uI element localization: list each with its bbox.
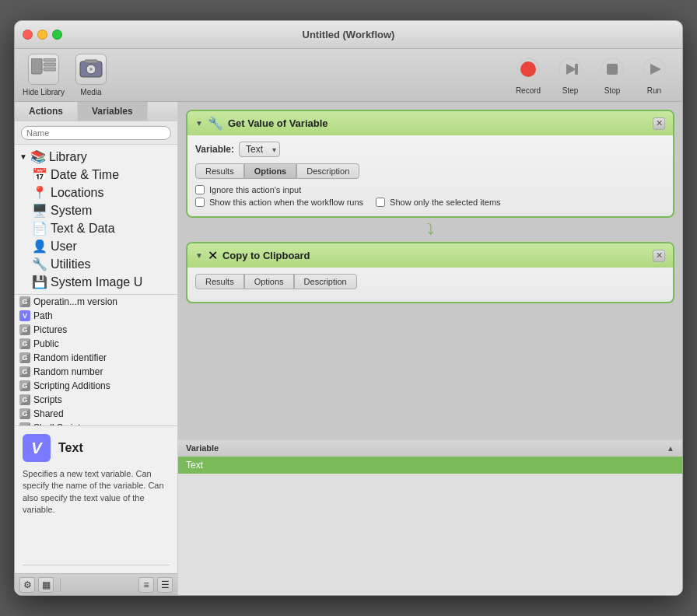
list-item[interactable]: VPath: [15, 309, 177, 323]
list-view-button[interactable]: ≡: [138, 577, 154, 593]
settings-icon: ⚙: [23, 579, 32, 590]
list-item[interactable]: GRandom number: [15, 365, 177, 379]
search-bar: [15, 121, 177, 145]
action1-tabs: Results Options Description: [195, 163, 665, 179]
checkbox-ignore-input: Ignore this action's input: [195, 185, 665, 194]
collapse-icon-1[interactable]: ▼: [195, 119, 203, 128]
action-get-value: ▼ 🔧 Get Value of Variable ✕ Variable: Te…: [186, 110, 674, 218]
hide-library-button[interactable]: Hide Library: [23, 54, 65, 96]
run-label: Run: [647, 86, 661, 95]
action1-icon: 🔧: [208, 116, 223, 131]
close-button[interactable]: [23, 30, 33, 40]
media-label: Media: [80, 88, 101, 96]
preview-icon: V: [23, 434, 51, 462]
action-cards-area: ▼ 🔧 Get Value of Variable ✕ Variable: Te…: [178, 102, 682, 439]
toolbar-left: Hide Library Media: [23, 54, 107, 96]
column-view-button[interactable]: ☰: [157, 577, 173, 593]
list-item[interactable]: GShared: [15, 407, 177, 421]
user-icon: 👤: [32, 239, 47, 254]
item-label: Public: [33, 338, 59, 349]
traffic-lights: [23, 30, 62, 40]
item-badge: G: [19, 394, 30, 405]
tree-library[interactable]: ▼ 📚 Library: [15, 148, 177, 166]
list-item[interactable]: GScripting Additions: [15, 379, 177, 393]
action2-tabs: Results Options Description: [195, 274, 665, 289]
action1-close[interactable]: ✕: [653, 117, 665, 130]
column-view-icon: ☰: [161, 579, 170, 590]
tree-utilities[interactable]: 🔧 Utilities: [27, 255, 177, 273]
stop-button[interactable]: Stop: [592, 52, 632, 98]
list-item[interactable]: GRandom identifier: [15, 351, 177, 365]
checkbox-show-action: Show this action when the workflow runs …: [195, 198, 665, 207]
tab-results[interactable]: Results: [195, 163, 244, 179]
svg-rect-3: [44, 68, 56, 71]
utilities-icon: 🔧: [32, 257, 47, 271]
list-item[interactable]: GOperatin...m version: [15, 295, 177, 309]
detail-panel: ▼ 🔧 Get Value of Variable ✕ Variable: Te…: [178, 102, 682, 595]
tab-variables[interactable]: Variables: [78, 102, 148, 121]
item-badge: G: [19, 324, 30, 335]
media-button[interactable]: Media: [75, 54, 107, 96]
tab-options[interactable]: Options: [244, 163, 297, 179]
tree-locations[interactable]: 📍 Locations: [27, 184, 177, 201]
hide-library-icon: [28, 54, 59, 85]
item-label: Path: [33, 310, 53, 321]
list-item[interactable]: GScripts: [15, 393, 177, 407]
stop-label: Stop: [604, 86, 621, 95]
table-row[interactable]: Text: [178, 457, 682, 474]
settings-button[interactable]: ⚙: [19, 577, 35, 593]
tab2-options[interactable]: Options: [244, 274, 294, 289]
search-input[interactable]: [21, 126, 171, 140]
item-label: Scripting Additions: [33, 380, 110, 391]
action2-close[interactable]: ✕: [653, 250, 665, 262]
locations-icon: 📍: [32, 185, 47, 200]
tree-date-time[interactable]: 📅 Date & Time: [27, 166, 177, 184]
list-item[interactable]: GPictures: [15, 323, 177, 337]
step-button[interactable]: Step: [550, 52, 590, 98]
svg-marker-16: [650, 64, 661, 75]
variables-table-body: Text: [178, 457, 682, 595]
list-view-icon: ≡: [143, 579, 149, 590]
tab-description[interactable]: Description: [296, 163, 359, 179]
action1-body: Variable: Text Results Options Descripti…: [187, 135, 673, 216]
variable-select[interactable]: Text: [239, 142, 280, 157]
item-badge: G: [19, 408, 30, 419]
collapse-icon-2[interactable]: ▼: [195, 251, 203, 260]
variable-column-label: Variable: [186, 443, 219, 453]
item-label: Scripts: [33, 394, 62, 405]
list-item[interactable]: GPublic: [15, 337, 177, 351]
action1-title: Get Value of Variable: [228, 117, 648, 129]
checkbox-show-action-check[interactable]: [195, 198, 205, 207]
action2-body: Results Options Description: [187, 268, 673, 302]
svg-point-6: [89, 68, 93, 71]
tab2-description[interactable]: Description: [294, 274, 357, 289]
svg-rect-0: [31, 58, 42, 74]
item-label: Pictures: [33, 324, 67, 335]
maximize-button[interactable]: [52, 30, 62, 40]
variables-table-area: Variable ▲ Text: [178, 439, 682, 595]
divider-v: [60, 578, 61, 592]
tree-user[interactable]: 👤 User: [27, 237, 177, 255]
checkbox-ignore-input-check[interactable]: [195, 185, 205, 194]
tree-system[interactable]: 🖥️ System: [27, 201, 177, 219]
action1-header: ▼ 🔧 Get Value of Variable ✕: [187, 111, 673, 135]
sort-arrow-icon[interactable]: ▲: [667, 444, 674, 453]
checkbox-ignore-label: Ignore this action's input: [209, 185, 301, 194]
item-badge: G: [19, 296, 30, 307]
step-label: Step: [562, 86, 579, 95]
minimize-button[interactable]: [37, 30, 47, 40]
action2-title: Copy to Clipboard: [222, 250, 648, 261]
action2-header: ▼ ✕ Copy to Clipboard ✕: [187, 243, 673, 268]
system-icon: 🖥️: [32, 203, 47, 218]
tree-system-image[interactable]: 💾 System Image U: [27, 273, 177, 291]
toggle-button[interactable]: ▦: [38, 577, 54, 593]
item-badge: G: [19, 352, 30, 363]
tab2-results[interactable]: Results: [195, 274, 244, 289]
svg-rect-1: [44, 58, 56, 61]
checkbox-show-selected-check[interactable]: [376, 198, 385, 207]
tab-actions[interactable]: Actions: [15, 102, 78, 121]
record-button[interactable]: Record: [508, 52, 548, 98]
tree-text-data[interactable]: 📄 Text & Data: [27, 219, 177, 237]
preview-header: V Text: [23, 434, 170, 462]
run-button[interactable]: Run: [634, 52, 674, 98]
